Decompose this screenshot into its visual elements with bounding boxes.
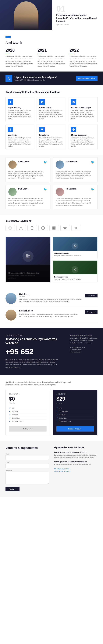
name-input[interactable] bbox=[5, 455, 49, 460]
pricing-period-paid: Havonta bbox=[56, 402, 94, 404]
clients-title: Íme néhány ügyfelünk bbox=[5, 220, 98, 222]
team-member-name: Stella Perry bbox=[18, 160, 29, 163]
hero-title: Felkészülés a sikerre, igazán kiemelkedő… bbox=[56, 14, 99, 23]
team-member-name: Paul Scavo bbox=[18, 188, 29, 190]
avatar-stella bbox=[8, 160, 17, 169]
logo-icon-1 bbox=[8, 226, 12, 230]
profile-button-1[interactable]: Önze részlét bbox=[85, 294, 98, 298]
stat-check-1: ✓ egészséges elemzési bbox=[70, 346, 98, 348]
logo-icon-2 bbox=[19, 226, 23, 230]
year-accent bbox=[37, 54, 42, 54]
pricing-price-free: $0 bbox=[9, 396, 47, 402]
service-card-title-web: Weboldal tervezés bbox=[54, 252, 96, 254]
twitter-icon-3[interactable]: 🐦 bbox=[44, 188, 47, 191]
service-icon-3 bbox=[71, 99, 76, 105]
team-card-3: Paul Scavo 🐦 Cras tincidunt lobortis feu… bbox=[5, 185, 50, 209]
star-icon bbox=[9, 101, 12, 104]
chart-icon bbox=[72, 101, 75, 104]
profile-button-2[interactable]: Önze részlét bbox=[85, 310, 98, 314]
hero-number: 01 bbox=[56, 5, 99, 13]
service-card-title-social: Közösségi média bbox=[54, 276, 96, 278]
year-text: Pellentesque adipiscing commodo elit at … bbox=[37, 55, 65, 68]
faq-item-2: Lorem ipsum dolor sit amet consectetur? … bbox=[54, 461, 98, 466]
service-text: Cras tincidunt lobortis feugiat vivamus … bbox=[8, 137, 32, 147]
year-2021: 2021 Pellentesque adipiscing commodo eli… bbox=[37, 48, 65, 68]
service-name: Kreatív csapat bbox=[39, 106, 64, 108]
pricing-feature-2: ✓1 projekt bbox=[9, 410, 47, 413]
pricing-period-free: Havonta bbox=[9, 402, 47, 404]
pricing-tier-label-paid: Személyes bbox=[56, 393, 94, 395]
faq-item-1: Lorem ipsum dolor sit amet consectetur? … bbox=[54, 451, 98, 459]
client-logo-6 bbox=[60, 225, 69, 231]
profile-role-1: Szoftver bbox=[19, 296, 82, 297]
contact-banner: Lépjen kapcsolatba velünk még ma! Utayan… bbox=[0, 72, 103, 85]
pricing-paid-feature-4: ✓1 Analytics bbox=[56, 416, 94, 420]
faq-link-1[interactable]: Ott dolgozunk a célért → bbox=[54, 468, 98, 470]
year-2022: 2022 Pellentesque adipiscing commodo eli… bbox=[70, 48, 98, 68]
client-logo-4 bbox=[38, 225, 47, 231]
service-card-4: Legjobb ár Cras tincidunt lobortis feugi… bbox=[5, 124, 34, 149]
service-name: Magas minőség bbox=[8, 106, 32, 108]
service-card-social: Közösségi média Sample text. Click to se… bbox=[53, 260, 98, 282]
service-card-text-web: Sample text. Click to select the Text El… bbox=[54, 255, 96, 256]
pricing-paid-feature-1: ✓1 fő bbox=[56, 406, 94, 410]
pricing-proceed-button[interactable]: Proceed Annually , bbox=[56, 426, 94, 432]
twitter-icon-1[interactable]: 🐦 bbox=[44, 160, 47, 164]
service-name: 24 óras támogatás bbox=[71, 134, 95, 136]
pricing-features-paid: ✓1 fő ✓1-2 Analytics ✓1 domain ✓1 Analyt… bbox=[56, 406, 94, 423]
contact-form-section: Vedd fel a kapcsolatot! Name Email Messa… bbox=[0, 440, 103, 497]
year-2020: 2020 Pellentesque adipiscing commodo eli… bbox=[5, 48, 33, 68]
pricing-paid-feature-2: ✓1-2 Analytics bbox=[56, 410, 94, 413]
pricing-features-free: ✓1 fő ✓1 projekt ✓1 domain ✓1. Analytics… bbox=[9, 406, 47, 423]
team-card-1: Stella Perry 🐦 Cras tincidunt lobortis f… bbox=[5, 158, 50, 182]
client-logo-2 bbox=[16, 225, 25, 231]
contact-banner-sub: Utayan +1 777-000-0000 vagy E. Utayan / … bbox=[14, 79, 57, 81]
stats-content: Virtuális Osztunk Tisztaság és rendelési… bbox=[5, 334, 65, 368]
faq-link-2[interactable]: Ahogyan a célun világ → bbox=[54, 470, 98, 472]
logo-icon-7 bbox=[74, 226, 78, 230]
logo-icon-3 bbox=[30, 226, 34, 230]
service-cards-section: Hívásszolgálatunk világmissziója Sample … bbox=[0, 236, 103, 288]
clients-section: Íme néhány ügyfelünk bbox=[0, 215, 103, 236]
service-card-text-social: Sample text. Click to select the Text El… bbox=[54, 278, 96, 280]
phone-icon bbox=[7, 77, 10, 80]
faq-question-1: Lorem ipsum dolor sit amet consectetur? bbox=[54, 451, 98, 453]
message-textarea[interactable] bbox=[5, 472, 49, 484]
year-number: 2020 bbox=[5, 48, 33, 52]
avatar-paul bbox=[8, 188, 17, 196]
stats-text: Quis blandit turpis cursus in hac habita… bbox=[5, 358, 58, 368]
email-input[interactable] bbox=[5, 464, 49, 468]
what-we-do-section: Free A mi tutunk 2020 Pellentesque adipi… bbox=[0, 30, 103, 72]
services-section: Kreatív szolgáltatások széles skáláját k… bbox=[0, 85, 103, 155]
stats-side: Kezdje fel használni a static.app alkalm… bbox=[70, 334, 98, 353]
pricing-intro: Quis blandit turpis cursus in hac habita… bbox=[5, 381, 74, 386]
team-member-text: Cras tincidunt lobortis feugiat vivamus … bbox=[56, 198, 95, 206]
year-text: Pellentesque adipiscing commodo elit at … bbox=[5, 55, 33, 68]
avatar-tina bbox=[56, 188, 64, 196]
pricing-tier-label: Csapatnak bbox=[9, 393, 47, 395]
contact-banner-button[interactable]: Kapcsolatba lépni velünk bbox=[76, 76, 98, 81]
building-icon bbox=[25, 254, 31, 259]
contact-form-title: Vedd fel a kapcsolatot! bbox=[5, 446, 49, 450]
services-grid: Magas minőség Cras tincidunt lobortis fe… bbox=[5, 97, 98, 149]
profile-name-1: Nick Perry bbox=[19, 293, 82, 295]
contact-banner-text: Lépjen kapcsolatba velünk még ma! Utayan… bbox=[14, 76, 57, 81]
web-icon bbox=[73, 244, 77, 248]
contact-form-grid: Vedd fel a kapcsolatot! Name Email Messa… bbox=[5, 446, 98, 491]
profile-image-2 bbox=[5, 310, 16, 320]
profile-info-1: Nick Perry Szoftver Cras tincidunt lobor… bbox=[19, 293, 82, 303]
contact-banner-title: Lépjen kapcsolatba velünk még ma! bbox=[14, 76, 57, 79]
hero-image bbox=[0, 0, 52, 30]
pricing-card-free: Csapatnak $0 Havonta ✓1 fő ✓1 projekt ✓1… bbox=[5, 390, 50, 435]
pricing-upload-button[interactable]: Upload Free bbox=[9, 426, 47, 432]
bulb-icon bbox=[41, 128, 43, 131]
submit-button[interactable]: Küldés → bbox=[5, 487, 19, 491]
service-icon-5 bbox=[39, 127, 45, 132]
form-group-email: Email bbox=[5, 462, 49, 468]
profile-row-1: Nick Perry Szoftver Cras tincidunt lobor… bbox=[5, 290, 98, 307]
pricing-section: Quis blandit turpis cursus in hac habita… bbox=[0, 376, 103, 440]
pricing-feature-3: ✓1 domain bbox=[9, 413, 47, 416]
twitter-icon-4[interactable]: 🐦 bbox=[91, 188, 95, 191]
service-text: Cras tincidunt lobortis feugiat vivamus … bbox=[8, 109, 32, 120]
twitter-icon-2[interactable]: 🐦 bbox=[91, 160, 95, 164]
